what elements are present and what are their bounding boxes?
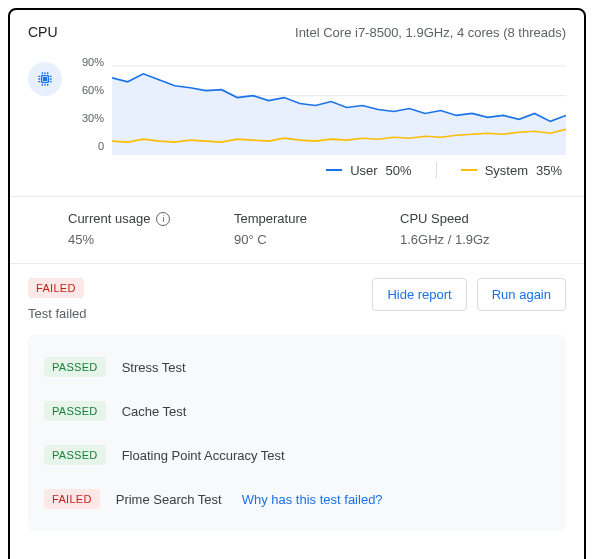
- test-name: Prime Search Test: [116, 492, 222, 507]
- test-name: Floating Point Accuracy Test: [122, 448, 285, 463]
- run-again-button[interactable]: Run again: [477, 278, 566, 311]
- current-usage-label: Current usage: [68, 211, 150, 226]
- svg-rect-1: [44, 78, 47, 81]
- test-status-badge: PASSED: [44, 357, 106, 377]
- chart-plot: [112, 56, 566, 155]
- cpu-speed-value: 1.6GHz / 1.9Gz: [400, 232, 566, 247]
- overall-status-badge: FAILED: [28, 278, 84, 298]
- cpu-speed-label: CPU Speed: [400, 211, 566, 226]
- legend-user-label: User: [350, 163, 377, 178]
- hide-report-button[interactable]: Hide report: [372, 278, 466, 311]
- ytick: 60%: [78, 84, 104, 96]
- test-row: PASSEDStress Test: [44, 345, 550, 389]
- temperature-label: Temperature: [234, 211, 400, 226]
- test-row: PASSEDCache Test: [44, 389, 550, 433]
- test-status-badge: PASSED: [44, 445, 106, 465]
- info-icon[interactable]: i: [156, 212, 170, 226]
- usage-chart: 90% 60% 30% 0: [78, 56, 566, 152]
- test-name: Stress Test: [122, 360, 186, 375]
- stats-row: Current usage i 45% Temperature 90° C CP…: [10, 196, 584, 263]
- test-row: PASSEDFloating Point Accuracy Test: [44, 433, 550, 477]
- legend-system-swatch: [461, 169, 477, 171]
- current-usage-stat: Current usage i 45%: [68, 211, 234, 247]
- ytick: 90%: [78, 56, 104, 68]
- test-status-badge: FAILED: [44, 489, 100, 509]
- overall-status-text: Test failed: [28, 306, 87, 321]
- header: CPU Intel Core i7-8500, 1.9GHz, 4 cores …: [10, 10, 584, 44]
- ytick: 0: [78, 140, 104, 152]
- legend-system-value: 35%: [536, 163, 562, 178]
- temperature-stat: Temperature 90° C: [234, 211, 400, 247]
- temperature-value: 90° C: [234, 232, 400, 247]
- cpu-card: CPU Intel Core i7-8500, 1.9GHz, 4 cores …: [8, 8, 586, 559]
- current-usage-value: 45%: [68, 232, 234, 247]
- page-title: CPU: [28, 24, 58, 40]
- cpu-speed-stat: CPU Speed 1.6GHz / 1.9Gz: [400, 211, 566, 247]
- legend-user-swatch: [326, 169, 342, 171]
- legend-user: User 50%: [326, 163, 411, 178]
- test-name: Cache Test: [122, 404, 187, 419]
- cpu-model: Intel Core i7-8500, 1.9GHz, 4 cores (8 t…: [295, 25, 566, 40]
- legend-system-label: System: [485, 163, 528, 178]
- legend-user-value: 50%: [386, 163, 412, 178]
- legend-system: System 35%: [461, 163, 562, 178]
- chart-section: 90% 60% 30% 0 User 50% System 35%: [10, 44, 584, 186]
- test-status-badge: PASSED: [44, 401, 106, 421]
- test-row: FAILEDPrime Search TestWhy has this test…: [44, 477, 550, 521]
- legend-divider: [436, 162, 437, 178]
- chart-legend: User 50% System 35%: [78, 162, 566, 178]
- test-section: FAILED Test failed Hide report Run again…: [10, 263, 584, 549]
- ytick: 30%: [78, 112, 104, 124]
- test-help-link[interactable]: Why has this test failed?: [242, 492, 383, 507]
- cpu-icon: [28, 62, 62, 96]
- tests-list: PASSEDStress TestPASSEDCache TestPASSEDF…: [28, 335, 566, 531]
